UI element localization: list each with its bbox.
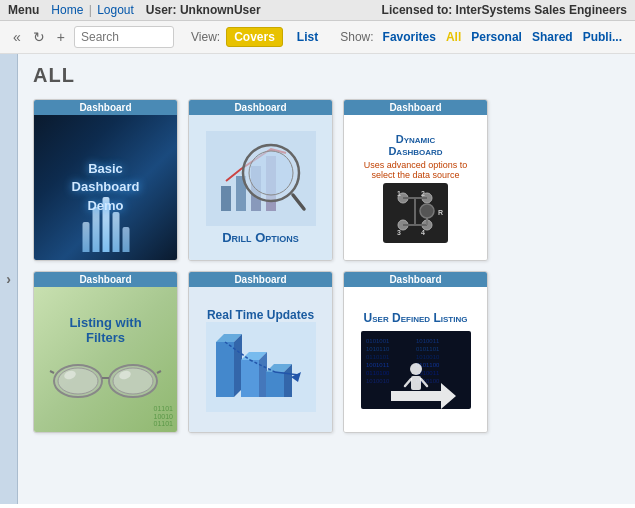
licensed-to-label: Licensed to:: [382, 3, 453, 17]
svg-text:2: 2: [421, 190, 425, 197]
licensee-name: InterSystems Sales Engineers: [456, 3, 627, 17]
svg-point-6: [249, 151, 293, 195]
svg-point-24: [58, 368, 98, 394]
card-title-4: Listing withFilters: [69, 315, 141, 345]
svg-text:0101001: 0101001: [366, 338, 390, 344]
svg-line-28: [50, 371, 54, 373]
svg-line-29: [157, 371, 161, 373]
all-filter[interactable]: All: [443, 29, 464, 45]
shared-filter[interactable]: Shared: [529, 29, 576, 45]
card-drill-options[interactable]: Dashboard: [188, 99, 333, 261]
nav-separator: |: [89, 3, 95, 17]
card-header-6: Dashboard: [344, 272, 487, 287]
svg-text:1: 1: [397, 190, 401, 197]
svg-rect-61: [411, 376, 421, 390]
card-body-3: DynamicDashboard Uses advanced options t…: [344, 115, 487, 260]
sidebar-toggle[interactable]: ›: [0, 54, 18, 504]
card-body-1: BasicDashboardDemo: [34, 115, 177, 260]
menu-bar: Menu Home | Logout User: UnknownUser Lic…: [0, 0, 635, 21]
add-button[interactable]: +: [54, 27, 68, 47]
search-input[interactable]: [74, 26, 174, 48]
view-label: View:: [191, 30, 220, 44]
card-header-2: Dashboard: [189, 100, 332, 115]
svg-text:3: 3: [397, 229, 401, 236]
card-basic-dashboard[interactable]: Dashboard BasicDashboardDemo: [33, 99, 178, 261]
toolbar: « ↻ + View: Covers List Show: Favorites …: [0, 21, 635, 54]
show-options: Favorites All Personal Shared Publi...: [380, 29, 625, 45]
svg-point-26: [113, 368, 153, 394]
card-header-5: Dashboard: [189, 272, 332, 287]
svg-text:0110101: 0110101: [366, 354, 390, 360]
card-title-3: DynamicDashboard: [388, 133, 442, 157]
svg-text:1010110: 1010110: [366, 346, 390, 352]
card-body-6: User Defined Listing 0101001 1010110 011…: [344, 287, 487, 432]
gear-shift-icon: 1 2 3 4 R: [383, 183, 448, 243]
svg-rect-1: [221, 186, 231, 211]
menu-label[interactable]: Menu: [8, 3, 39, 17]
svg-rect-36: [241, 360, 259, 397]
card-listing-filters[interactable]: Dashboard Listing withFilters: [33, 271, 178, 433]
svg-text:1010010: 1010010: [366, 378, 390, 384]
card-body-4: Listing withFilters: [34, 287, 177, 432]
nav-links: Home | Logout: [51, 3, 134, 17]
covers-view-button[interactable]: Covers: [226, 27, 283, 47]
realtime-chart-icon: [206, 322, 316, 412]
svg-rect-39: [266, 372, 284, 397]
svg-text:0110100: 0110100: [366, 370, 390, 376]
svg-point-21: [420, 204, 434, 218]
svg-rect-33: [216, 342, 234, 397]
refresh-button[interactable]: ↻: [30, 27, 48, 47]
svg-point-60: [410, 363, 422, 375]
user-info: User: UnknownUser: [146, 3, 261, 17]
back-button[interactable]: «: [10, 27, 24, 47]
favorites-filter[interactable]: Favorites: [380, 29, 439, 45]
drill-chart-icon: [206, 131, 316, 226]
user-label: User:: [146, 3, 177, 17]
card-header-1: Dashboard: [34, 100, 177, 115]
svg-text:1001011: 1001011: [366, 362, 390, 368]
card-dynamic-dashboard[interactable]: Dashboard DynamicDashboard Uses advanced…: [343, 99, 488, 261]
card-title-1: BasicDashboardDemo: [72, 160, 140, 215]
list-view-button[interactable]: List: [289, 27, 326, 47]
card-title-6: User Defined Listing: [364, 311, 468, 325]
public-filter[interactable]: Publi...: [580, 29, 625, 45]
card-subtitle-3: Uses advanced options toselect the data …: [364, 160, 468, 180]
card-title-5: Real Time Updates: [207, 308, 314, 322]
svg-text:0101101: 0101101: [416, 346, 440, 352]
svg-text:R: R: [438, 209, 443, 216]
personal-filter[interactable]: Personal: [468, 29, 525, 45]
toggle-icon: ›: [6, 271, 11, 287]
card-body-5: Real Time Updates: [189, 287, 332, 432]
show-label: Show:: [340, 30, 373, 44]
svg-text:1010011: 1010011: [416, 338, 440, 344]
card-realtime-updates[interactable]: Dashboard Real Time Updates: [188, 271, 333, 433]
card-header-3: Dashboard: [344, 100, 487, 115]
card-user-defined[interactable]: Dashboard User Defined Listing 0101001 1…: [343, 271, 488, 433]
card-body-2: Drill Options: [189, 115, 332, 260]
sunglasses-icon: [48, 353, 163, 405]
content-area: All Dashboard BasicDashboardDemo: [18, 54, 635, 504]
license-info: Licensed to: InterSystems Sales Engineer…: [382, 3, 627, 17]
main-content: › All Dashboard BasicDashboardDemo: [0, 54, 635, 504]
svg-text:1010010: 1010010: [416, 354, 440, 360]
logout-link[interactable]: Logout: [97, 3, 134, 17]
home-link[interactable]: Home: [51, 3, 83, 17]
section-title: All: [33, 64, 620, 87]
card-title-2: Drill Options: [222, 230, 299, 245]
svg-text:4: 4: [421, 229, 425, 236]
username: UnknownUser: [180, 3, 261, 17]
svg-marker-35: [234, 334, 242, 397]
card-header-4: Dashboard: [34, 272, 177, 287]
digital-world-icon: 0101001 1010110 0110101 1001011 0110100 …: [361, 331, 471, 409]
cards-grid: Dashboard BasicDashboardDemo Dashboard: [33, 99, 620, 433]
